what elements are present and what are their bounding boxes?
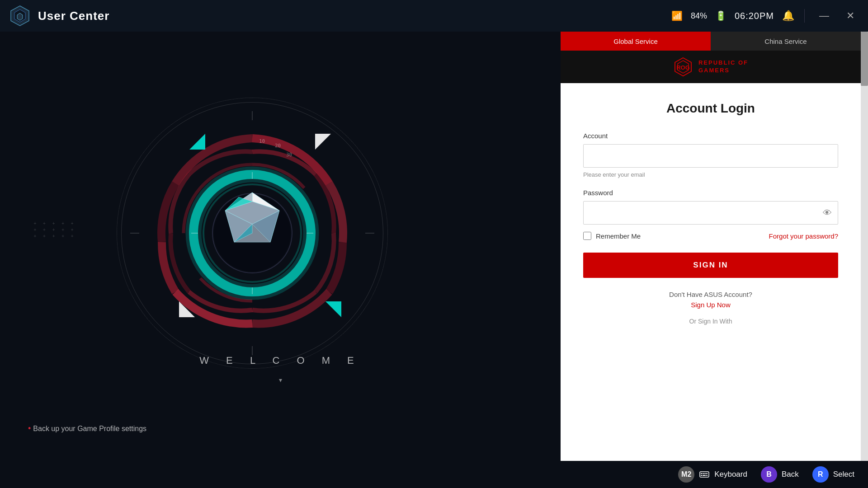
forgot-password-link[interactable]: Forgot your password?: [769, 232, 838, 240]
svg-rect-33: [704, 473, 706, 474]
no-account-text: Don't Have ASUS Account?: [583, 291, 838, 298]
close-button[interactable]: ✕: [842, 8, 859, 23]
minimize-button[interactable]: —: [815, 8, 834, 23]
sign-in-with-text: Or Sign In With: [583, 318, 838, 325]
svg-rect-37: [706, 475, 708, 476]
service-tabs: Global Service China Service: [561, 32, 861, 51]
left-panel: 10 20 30 + + + + + + + + + + + + + + + W…: [0, 32, 561, 461]
password-input[interactable]: [583, 201, 838, 225]
account-input[interactable]: [583, 144, 838, 168]
battery-icon: 🔋: [715, 10, 726, 21]
rog-header: ROG REPUBLIC OF GAMERS: [561, 51, 861, 83]
login-title: Account Login: [583, 101, 838, 116]
bullet-item-1: Back up your Game Profile settings: [28, 422, 146, 435]
rog-brand-text: REPUBLIC OF GAMERS: [698, 59, 748, 75]
svg-text:20: 20: [275, 143, 281, 149]
svg-rect-34: [706, 473, 708, 474]
svg-text:30: 30: [286, 152, 292, 158]
taskbar-keyboard[interactable]: M2 Keyboard: [678, 466, 747, 483]
remember-me-checkbox[interactable]: [583, 232, 591, 240]
login-form-container: Account Login Account Please enter your …: [561, 83, 861, 461]
keyboard-icon: [699, 469, 710, 480]
taskbar-select[interactable]: R Select: [812, 466, 854, 483]
corner-tl-icon: [189, 134, 205, 150]
separator: [804, 9, 805, 23]
remember-left: Remember Me: [583, 232, 641, 240]
remember-me-label: Remember Me: [596, 232, 641, 240]
select-label: Select: [833, 470, 854, 479]
remember-row: Remember Me Forgot your password?: [583, 232, 838, 240]
svg-text:10: 10: [259, 138, 265, 144]
china-service-tab[interactable]: China Service: [711, 32, 861, 51]
right-controls: 📶 84% 🔋 06:20PM 🔔 — ✕: [671, 8, 859, 23]
welcome-text: W E L C O M E: [199, 355, 361, 366]
svg-rect-35: [701, 475, 702, 476]
m2-icon: M2: [678, 466, 694, 483]
r-icon: R: [812, 466, 829, 483]
toggle-password-button[interactable]: 👁: [823, 208, 832, 218]
svg-marker-2: [17, 13, 23, 20]
titlebar: User Center 📶 84% 🔋 06:20PM 🔔 — ✕: [0, 0, 868, 32]
scrollbar[interactable]: [861, 32, 868, 461]
b-icon: B: [761, 466, 777, 483]
sign-in-button[interactable]: SIGN IN: [583, 253, 838, 278]
svg-rect-31: [701, 473, 702, 474]
svg-text:ROG: ROG: [676, 64, 690, 71]
main-content: 10 20 30 + + + + + + + + + + + + + + + W…: [0, 32, 868, 461]
svg-rect-32: [703, 473, 704, 474]
wifi-icon: 📶: [671, 10, 683, 21]
feature-bullets: Back up your Game Profile settings: [28, 422, 146, 435]
back-label: Back: [782, 470, 799, 479]
taskbar: M2 Keyboard B Back R Select: [0, 461, 868, 488]
corner-bl-icon: [179, 301, 195, 317]
notification-icon[interactable]: 🔔: [782, 10, 794, 22]
corner-tr-icon: [315, 134, 331, 150]
battery-percent: 84%: [691, 11, 707, 21]
right-panel: Global Service China Service ROG REPUBLI…: [561, 32, 868, 461]
rog-icon: ROG: [673, 57, 693, 77]
password-label: Password: [583, 189, 838, 197]
app-logo-icon: [9, 5, 31, 27]
grid-dots: + + + + + + + + + + + + + + +: [33, 221, 76, 239]
time-display: 06:20PM: [735, 11, 774, 21]
scrollbar-thumb[interactable]: [861, 32, 868, 86]
svg-rect-30: [700, 472, 709, 477]
circle-graphic: 10 20 30: [121, 102, 383, 364]
rog-logo: ROG REPUBLIC OF GAMERS: [673, 57, 748, 77]
password-wrapper: 👁: [583, 201, 838, 225]
account-label: Account: [583, 132, 838, 140]
global-service-tab[interactable]: Global Service: [561, 32, 711, 51]
app-title: User Center: [38, 9, 109, 23]
circle-svg: 10 20 30: [121, 102, 383, 364]
account-hint: Please enter your email: [583, 171, 838, 178]
corner-br-icon: [326, 301, 341, 317]
svg-rect-36: [703, 475, 706, 476]
sign-up-link[interactable]: Sign Up Now: [583, 301, 838, 309]
taskbar-back[interactable]: B Back: [761, 466, 799, 483]
keyboard-label: Keyboard: [714, 470, 747, 479]
welcome-chevron-icon: ▾: [279, 376, 282, 384]
